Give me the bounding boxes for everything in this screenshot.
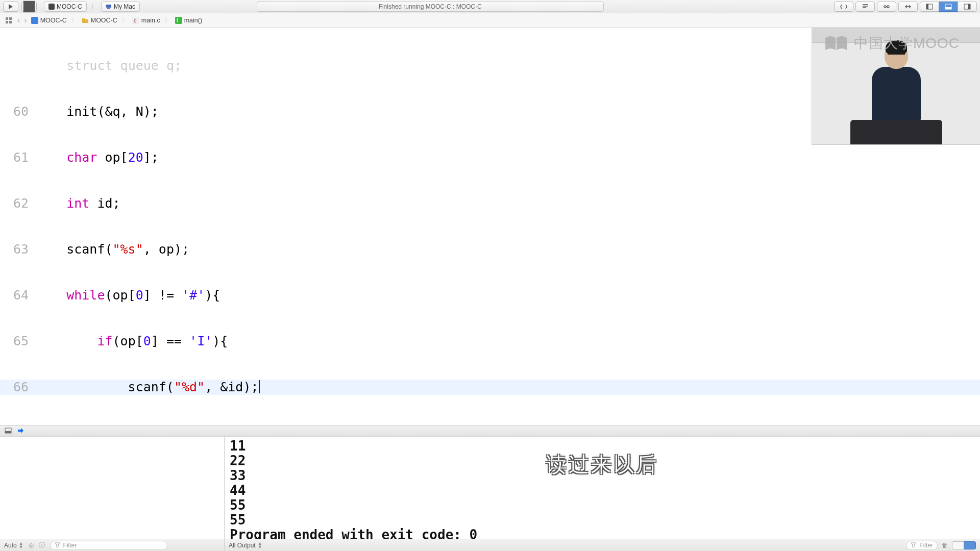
variables-pane[interactable]: Auto ▲▼ ◎ ⓘ Filter — [0, 437, 225, 551]
code-text: op[ — [97, 150, 128, 165]
svg-rect-15 — [9, 21, 12, 23]
code-text: ){ — [205, 288, 220, 303]
code-text: , &id); — [205, 380, 258, 394]
console-output[interactable]: 11 22 33 44 55 55 Program ended with exi… — [225, 437, 980, 539]
svg-rect-22 — [5, 431, 11, 433]
code-text: "%s" — [113, 242, 143, 257]
code-text: scanf( — [36, 242, 113, 257]
svg-point-5 — [887, 6, 889, 8]
code-text: init(&q, N); — [36, 104, 159, 119]
breadcrumb-folder[interactable]: MOOC-C — [81, 17, 118, 24]
console-bottom-bar: All Output ▲▼ Filter 🗑 — [225, 539, 980, 551]
destination-label: My Mac — [114, 3, 135, 10]
watermark-text: 中国大学MOOC — [854, 34, 960, 53]
filter-placeholder: Filter — [63, 542, 77, 549]
hide-debug-button[interactable] — [4, 427, 12, 435]
code-  text: ]; — [143, 150, 159, 165]
console-pane: 11 22 33 44 55 55 Program ended with exi… — [225, 437, 980, 551]
svg-rect-2 — [106, 5, 111, 8]
show-console-button[interactable] — [964, 541, 976, 549]
scheme-chevron-icon: 〉 — [90, 2, 98, 11]
svg-rect-0 — [23, 1, 35, 12]
code-text: (op[ — [105, 288, 135, 303]
scheme-selector[interactable]: MOOC-C — [44, 2, 87, 12]
console-line: 33 — [230, 468, 975, 483]
code-text: scanf( — [36, 380, 174, 394]
console-line: 44 — [230, 483, 975, 498]
run-button[interactable] — [3, 2, 18, 12]
code-editor[interactable]: 中国大学MOOC struct queue q; 60 init(&q, N);… — [0, 28, 980, 425]
code-text: 20 — [128, 150, 143, 165]
svg-rect-14 — [6, 21, 8, 23]
filter-placeholder: Filter — [919, 542, 933, 549]
activity-status: Finished running MOOC-C : MOOC-C — [257, 2, 604, 12]
variables-filter[interactable]: Filter — [50, 541, 167, 550]
watermark: 中国大学MOOC — [824, 34, 960, 53]
svg-rect-11 — [968, 4, 970, 9]
back-button[interactable]: ‹ — [16, 16, 21, 25]
svg-rect-16 — [31, 17, 38, 24]
toggle-debug-area-button[interactable] — [939, 2, 958, 12]
scheme-label: MOOC-C — [57, 3, 82, 10]
trash-icon[interactable]: 🗑 — [942, 542, 948, 549]
quicklook-icon[interactable]: ◎ — [29, 542, 34, 549]
code-text: 'I' — [189, 334, 212, 348]
code-text: while — [66, 288, 105, 303]
variables-scope-selector[interactable]: Auto ▲▼ — [4, 542, 23, 549]
forward-button[interactable]: › — [23, 16, 28, 25]
breadcrumb-project[interactable]: MOOC-C — [30, 17, 68, 24]
breadcrumb-label: main() — [184, 17, 202, 24]
console-line: Program ended with exit code: 0 — [230, 528, 975, 539]
filter-icon — [911, 542, 916, 548]
continue-button[interactable] — [16, 427, 24, 435]
code-text: '#' — [182, 288, 205, 303]
svg-text:c: c — [134, 18, 136, 23]
code-text: char — [66, 150, 97, 165]
breadcrumb-file[interactable]: c main.c — [131, 17, 161, 24]
code-text: if — [97, 334, 112, 348]
breadcrumb-label: main.c — [141, 17, 160, 24]
breadcrumb-function[interactable]: f main() — [174, 17, 203, 24]
updown-icon: ▲▼ — [19, 542, 23, 549]
console-filter[interactable]: Filter — [906, 541, 938, 550]
output-scope-selector[interactable]: All Output ▲▼ — [229, 542, 262, 549]
svg-rect-1 — [48, 4, 55, 10]
svg-rect-12 — [6, 17, 8, 20]
scope-label: All Output — [229, 542, 256, 549]
jump-bar: ‹ › MOOC-C 〉 MOOC-C 〉 c main.c 〉 f main(… — [0, 13, 980, 28]
updown-icon: ▲▼ — [258, 542, 262, 549]
info-icon[interactable]: ⓘ — [39, 541, 45, 549]
svg-rect-3 — [107, 8, 110, 9]
console-line: 55 — [230, 513, 975, 528]
console-line: 11 — [230, 439, 975, 454]
related-items-button[interactable] — [3, 15, 14, 26]
code-text: , op); — [143, 242, 189, 257]
top-toolbar: MOOC-C 〉 My Mac Finished running MOOC-C … — [0, 0, 980, 13]
project-icon — [31, 17, 38, 24]
toggle-inspector-button[interactable] — [958, 2, 977, 12]
code-review-button[interactable] — [877, 2, 896, 12]
book-icon — [824, 35, 848, 52]
console-line: 55 — [230, 498, 975, 513]
toggle-navigator-button[interactable] — [920, 2, 939, 12]
svg-rect-13 — [9, 17, 12, 20]
show-vars-button[interactable] — [952, 541, 964, 549]
standard-editor-button[interactable] — [855, 2, 875, 12]
scope-label: Auto — [4, 542, 17, 549]
code-text: "%d" — [174, 380, 205, 394]
c-file-icon: c — [132, 17, 139, 24]
stop-button[interactable] — [21, 2, 37, 12]
svg-text:f: f — [177, 18, 178, 23]
breadcrumb-label: MOOC-C — [91, 17, 117, 24]
pane-toggle[interactable] — [952, 541, 976, 549]
version-editor-button[interactable] — [898, 2, 918, 12]
svg-rect-9 — [945, 7, 951, 9]
code-text: id; — [89, 196, 120, 211]
text-cursor — [259, 380, 260, 393]
chevron-right-icon: 〉 — [163, 16, 172, 24]
breadcrumb-label: MOOC-C — [40, 17, 67, 24]
destination-selector[interactable]: My Mac — [101, 2, 140, 12]
code-snippets-button[interactable] — [834, 2, 853, 12]
app-icon — [48, 4, 55, 10]
code-text: ){ — [212, 334, 228, 348]
